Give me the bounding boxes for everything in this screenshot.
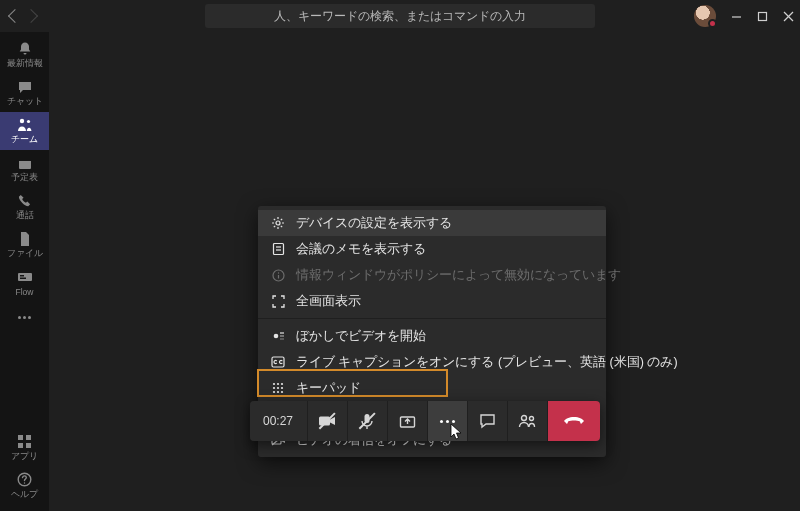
svg-point-36 [277,391,279,393]
svg-point-24 [274,334,279,339]
share-button[interactable] [388,401,428,441]
camera-toggle-button[interactable] [308,401,348,441]
svg-rect-10 [20,277,26,279]
presence-dot [708,19,717,28]
avatar[interactable] [694,5,716,27]
menu-info-disabled: 情報ウィンドウがポリシーによって無効になっています [258,262,606,288]
window-maximize-button[interactable] [756,10,768,22]
help-icon [16,472,34,488]
mic-icon [360,413,374,430]
title-bar: 人、キーワードの検索、またはコマンドの入力 [0,0,800,32]
cursor-icon [450,423,464,441]
file-icon [16,231,34,247]
forward-button[interactable] [26,11,36,21]
svg-point-5 [26,119,29,122]
menu-show-meeting-notes[interactable]: 会議のメモを表示する [258,236,606,262]
search-placeholder: 人、キーワードの検索、またはコマンドの入力 [274,8,526,25]
hangup-button[interactable] [548,401,600,441]
chevron-left-icon [8,9,22,23]
chat-button[interactable] [468,401,508,441]
people-icon [518,414,537,429]
rail-label: アプリ [11,451,38,463]
svg-rect-7 [19,158,31,161]
window-minimize-button[interactable] [730,10,742,22]
menu-blur-video[interactable]: ぼかしでビデオを開始 [258,323,606,349]
rail-help[interactable]: ヘルプ [0,467,49,505]
svg-point-44 [529,416,533,420]
chevron-right-icon [24,9,38,23]
svg-rect-12 [26,435,31,440]
bell-icon [16,41,34,57]
rail-calls[interactable]: 通話 [0,188,49,226]
rail-flow[interactable]: Flow [0,264,49,302]
nav-buttons [0,11,36,21]
svg-point-23 [277,272,278,273]
info-icon [270,267,286,283]
svg-point-33 [277,387,279,389]
svg-rect-13 [18,443,23,448]
more-actions-button[interactable] [428,401,468,441]
menu-show-device-settings[interactable]: デバイスの設定を表示する [258,210,606,236]
rail-more[interactable] [0,302,49,332]
participants-button[interactable] [508,401,548,441]
menu-separator [258,318,606,319]
svg-rect-26 [280,335,284,337]
menu-fullscreen[interactable]: 全画面表示 [258,288,606,314]
meeting-stage: デバイスの設定を表示する 会議のメモを表示する 情報ウィンドウがポリシーによって… [49,32,800,511]
rail-label: 通話 [16,210,34,222]
svg-point-16 [24,482,25,483]
window-close-button[interactable] [782,10,794,22]
body: 最新情報 チャット チーム 予定表 通話 ファイル [0,32,800,511]
svg-point-43 [521,415,526,420]
call-timer: 00:27 [250,401,308,441]
svg-rect-11 [18,435,23,440]
rail-calendar[interactable]: 予定表 [0,150,49,188]
menu-live-captions[interactable]: ライブ キャプションをオンにする (プレビュー、英語 (米国) のみ) [258,349,606,375]
ellipsis-icon [18,316,31,319]
calendar-icon [16,155,34,171]
mic-toggle-button[interactable] [348,401,388,441]
notes-icon [270,241,286,257]
menu-label: 情報ウィンドウがポリシーによって無効になっています [296,267,621,284]
svg-point-17 [276,221,280,225]
menu-keypad[interactable]: キーパッド [258,375,606,401]
menu-label: ぼかしでビデオを開始 [296,328,426,345]
rail-label: ファイル [7,248,43,260]
rail-activity[interactable]: 最新情報 [0,36,49,74]
rail-label: ヘルプ [11,489,38,501]
svg-rect-41 [365,414,370,423]
rail-label: チャット [7,96,43,108]
rail-chat[interactable]: チャット [0,74,49,112]
rail-apps[interactable]: アプリ [0,429,49,467]
app-root: 人、キーワードの検索、またはコマンドの入力 最新情報 チャット チーム [0,0,800,511]
back-button[interactable] [10,11,20,21]
apps-icon [16,434,34,450]
cc-icon [270,354,286,370]
blur-icon [270,328,286,344]
svg-point-35 [273,391,275,393]
menu-label: デバイスの設定を表示する [296,215,452,232]
rail-label: チーム [11,134,38,146]
keypad-icon [270,380,286,396]
timer-text: 00:27 [263,414,293,428]
menu-label: 全画面表示 [296,293,361,310]
rail-teams[interactable]: チーム [0,112,49,150]
search-input[interactable]: 人、キーワードの検索、またはコマンドの入力 [205,4,595,28]
svg-rect-8 [18,273,32,281]
ellipsis-icon [440,420,455,423]
svg-point-31 [281,383,283,385]
rail-files[interactable]: ファイル [0,226,49,264]
share-icon [399,414,416,429]
hangup-icon [563,415,585,427]
svg-rect-14 [26,443,31,448]
svg-point-34 [281,387,283,389]
rail-label: Flow [16,287,34,297]
svg-point-29 [273,383,275,385]
flow-icon [16,270,34,286]
teams-icon [16,117,34,133]
phone-icon [16,193,34,209]
svg-point-4 [19,118,23,122]
chat-icon [479,413,496,429]
menu-label: 会議のメモを表示する [296,241,426,258]
svg-point-30 [277,383,279,385]
